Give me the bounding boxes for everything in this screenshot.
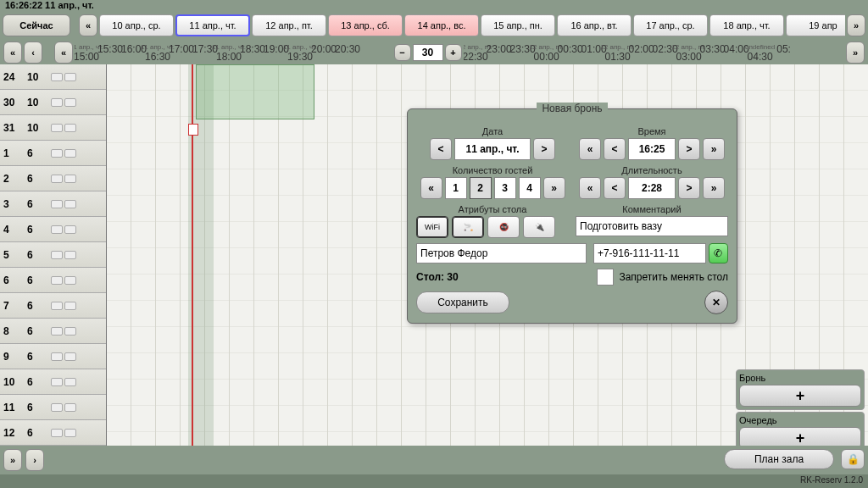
guest-count-option[interactable]: 3 <box>494 177 516 199</box>
attr-smoking-button[interactable]: 🚬 <box>452 216 484 238</box>
new-booking-dialog: Новая бронь Дата < 11 апр., чт. > Время … <box>407 108 737 324</box>
call-button[interactable]: ✆ <box>709 243 728 263</box>
date-value: 11 апр., чт. <box>454 138 531 160</box>
attr-icon <box>51 98 63 107</box>
guests-fast-next-button[interactable]: » <box>543 177 565 199</box>
add-booking-button[interactable]: + <box>739 385 861 407</box>
table-row[interactable]: 56 <box>0 242 106 268</box>
day-tab[interactable]: 14 апр., вс. <box>404 14 479 36</box>
table-row[interactable]: 96 <box>0 344 106 369</box>
attr-icon <box>64 225 76 234</box>
duration-next-button[interactable]: > <box>678 177 700 199</box>
attr-power-button[interactable]: 🔌 <box>523 216 555 238</box>
attr-wifi-button[interactable]: WiFi <box>416 216 448 238</box>
attr-icon <box>64 403 76 412</box>
day-tab[interactable]: 11 апр., чт. <box>175 14 250 36</box>
guests-fast-prev-button[interactable]: « <box>420 177 442 199</box>
guest-count-option[interactable]: 2 <box>470 177 492 199</box>
step-plus-button[interactable]: + <box>445 44 462 61</box>
time-next-button[interactable]: > <box>678 138 700 160</box>
attr-icon <box>51 200 63 208</box>
time-nav-row: « ‹ « 11 апр., чт.15:0015:3016:0011 апр.… <box>0 41 868 64</box>
guest-count-option[interactable]: 4 <box>519 177 541 199</box>
duration-label: Длительность <box>576 165 728 175</box>
phone-icon: ✆ <box>714 247 722 259</box>
time-fast-next-button[interactable]: » <box>703 138 725 160</box>
attr-icon <box>51 225 63 234</box>
step-minus-button[interactable]: − <box>394 44 411 61</box>
table-row[interactable]: 3110 <box>0 115 106 141</box>
attr-icon <box>51 149 63 158</box>
close-button[interactable]: ✕ <box>704 291 728 314</box>
version-label: RK-Reserv 1.2.0 <box>0 474 868 488</box>
guest-name-input[interactable] <box>416 243 587 263</box>
table-row[interactable]: 76 <box>0 293 106 319</box>
day-next-button[interactable]: » <box>847 14 865 36</box>
booking-block[interactable] <box>196 64 314 119</box>
attr-icon <box>51 327 63 336</box>
table-up-fast-button[interactable]: « <box>3 42 22 64</box>
date-prev-button[interactable]: < <box>430 138 452 160</box>
attr-icon <box>51 276 63 285</box>
close-icon: ✕ <box>712 297 721 308</box>
time-next-button[interactable]: » <box>846 42 865 64</box>
attrs-label: Атрибуты стола <box>416 204 569 214</box>
table-row[interactable]: 2410 <box>0 64 106 90</box>
table-up-button[interactable]: ‹ <box>24 42 42 64</box>
time-fast-prev-button[interactable]: « <box>579 138 601 160</box>
attr-icon <box>64 251 76 259</box>
attr-icon <box>51 352 63 361</box>
day-prev-button[interactable]: « <box>79 14 97 36</box>
guest-count-option[interactable]: 1 <box>445 177 467 199</box>
table-row[interactable]: 66 <box>0 268 106 293</box>
comment-input[interactable] <box>576 216 728 236</box>
attr-nosmoking-button[interactable]: 🚭 <box>487 216 520 238</box>
time-prev-button[interactable]: < <box>604 138 626 160</box>
time-prev-button[interactable]: « <box>54 42 73 64</box>
day-tab[interactable]: 15 апр., пн. <box>481 14 555 36</box>
duration-fast-prev-button[interactable]: « <box>579 177 601 199</box>
lock-table-label: Запретить менять стол <box>619 271 728 283</box>
table-row[interactable]: 46 <box>0 217 106 242</box>
date-label: Дата <box>416 126 569 136</box>
lock-table-checkbox[interactable] <box>597 269 614 286</box>
duration-prev-button[interactable]: < <box>604 177 626 199</box>
table-row[interactable]: 86 <box>0 319 106 344</box>
footer: » › План зала 🔒 RK-Reserv 1.2.0 <box>0 446 868 488</box>
table-row[interactable]: 116 <box>0 395 106 420</box>
day-nav-row: Сейчас « 10 апр., ср.11 апр., чт.12 апр.… <box>0 12 868 41</box>
attr-icon <box>51 302 63 310</box>
table-down-fast-button[interactable]: » <box>3 449 22 471</box>
day-tab[interactable]: 10 апр., ср. <box>99 14 174 36</box>
lock-button[interactable]: 🔒 <box>841 449 865 469</box>
table-sidebar: 2410301031101626364656667686961061161261… <box>0 64 107 450</box>
floor-plan-button[interactable]: План зала <box>724 449 834 469</box>
day-tab[interactable]: 13 апр., сб. <box>328 14 403 36</box>
phone-input[interactable] <box>593 243 706 263</box>
attr-icon <box>64 73 76 81</box>
attr-icon <box>64 98 76 107</box>
table-row[interactable]: 26 <box>0 166 106 191</box>
day-tab[interactable]: 19 апр <box>786 14 845 36</box>
save-button[interactable]: Сохранить <box>416 291 509 313</box>
table-row[interactable]: 106 <box>0 369 106 395</box>
day-tab[interactable]: 18 апр., чт. <box>709 14 784 36</box>
date-next-button[interactable]: > <box>533 138 555 160</box>
table-row[interactable]: 3010 <box>0 90 106 115</box>
day-tab[interactable]: 16 апр., вт. <box>557 14 632 36</box>
booking-panel-title: Бронь <box>739 373 861 383</box>
time-label: Время <box>576 126 728 136</box>
table-row[interactable]: 126 <box>0 420 106 446</box>
table-row[interactable]: 16 <box>0 141 106 166</box>
day-tab[interactable]: 17 апр., ср. <box>633 14 708 36</box>
attr-icon <box>64 149 76 158</box>
table-row[interactable]: 36 <box>0 191 106 217</box>
attr-icon <box>51 73 63 81</box>
step-value: 30 <box>413 44 443 61</box>
day-tab[interactable]: 12 апр., пт. <box>252 14 326 36</box>
table-down-button[interactable]: › <box>25 449 44 471</box>
now-button[interactable]: Сейчас <box>3 14 70 36</box>
lock-icon: 🔒 <box>847 453 860 465</box>
right-panel: Бронь + Очередь + <box>736 369 865 454</box>
duration-fast-next-button[interactable]: » <box>703 177 725 199</box>
